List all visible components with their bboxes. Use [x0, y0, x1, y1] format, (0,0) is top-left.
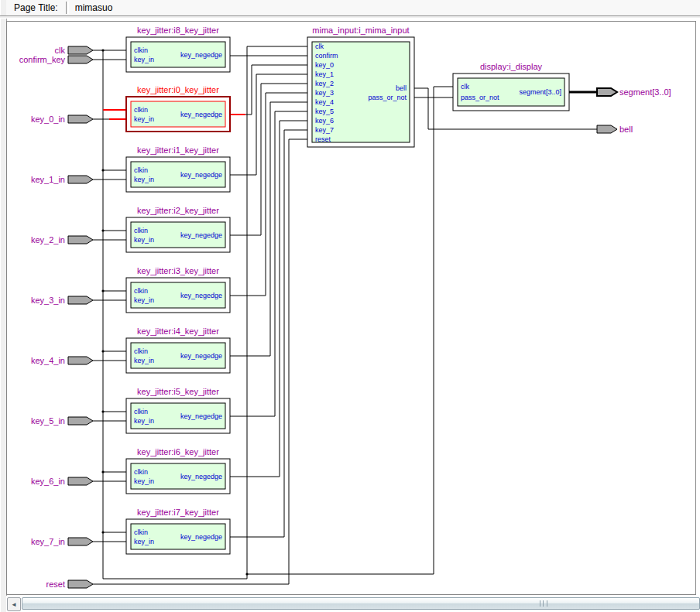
- input-pin-key_7_in[interactable]: [68, 538, 93, 545]
- output-pin-segment[3..0][interactable]: [597, 88, 617, 96]
- block-title-i3_key_jitter: key_jitter:i3_key_jitter: [137, 266, 219, 275]
- input-pin-key_0_in[interactable]: [68, 115, 93, 123]
- port-label-i_display-clk: clk: [461, 83, 469, 91]
- port-label-i_mima_input-pass_or_not: pass_or_not: [368, 94, 407, 101]
- input-pin-label-confirm_key: confirm_key: [19, 55, 66, 64]
- horizontal-scrollbar: ◄: [6, 596, 700, 612]
- wire-key_0[interactable]: [245, 65, 307, 115]
- port-label-i_display-pass_or_not: pass_or_not: [461, 94, 499, 101]
- wire-junction: [101, 470, 104, 473]
- port-label-i_mima_input-bell: bell: [396, 84, 407, 92]
- port-label-i_mima_input-confirm: confirm: [315, 52, 338, 60]
- block-title-i6_key_jitter: key_jitter:i6_key_jitter: [137, 447, 219, 456]
- port-label-i8_key_jitter-key_negedge: key_negedge: [180, 51, 222, 59]
- port-label-i4_key_jitter-key_in: key_in: [134, 357, 154, 364]
- port-label-i_mima_input-key_7: key_7: [315, 126, 334, 134]
- port-label-i7_key_jitter-clkin: clkin: [134, 528, 148, 536]
- input-pin-key_3_in[interactable]: [68, 296, 93, 304]
- input-pin-label-key_6_in: key_6_in: [31, 477, 65, 486]
- port-label-i1_key_jitter-key_in: key_in: [134, 176, 154, 183]
- input-pin-key_2_in[interactable]: [68, 236, 93, 244]
- block-title-i2_key_jitter: key_jitter:i2_key_jitter: [137, 206, 219, 215]
- wire-key_7[interactable]: [230, 130, 307, 537]
- input-pin-key_6_in[interactable]: [68, 477, 93, 485]
- wire-junction: [245, 573, 248, 575]
- port-label-i1_key_jitter-clkin: clkin: [134, 166, 148, 174]
- port-label-i_mima_input-key_5: key_5: [315, 108, 334, 115]
- port-label-i2_key_jitter-clkin: clkin: [134, 227, 148, 234]
- port-label-i1_key_jitter-key_negedge: key_negedge: [180, 171, 222, 179]
- output-pin-bell[interactable]: [597, 125, 617, 133]
- scrollbar-thumb[interactable]: [22, 597, 700, 610]
- input-pin-key_5_in[interactable]: [68, 417, 93, 425]
- input-pin-label-reset: reset: [46, 580, 65, 589]
- input-pin-reset[interactable]: [68, 580, 93, 588]
- port-label-i4_key_jitter-key_negedge: key_negedge: [180, 352, 222, 360]
- input-pin-label-clk: clk: [55, 46, 66, 55]
- port-label-i0_key_jitter-key_negedge: key_negedge: [180, 111, 222, 118]
- port-label-i0_key_jitter-key_in: key_in: [134, 115, 154, 123]
- wire-key_5[interactable]: [230, 111, 307, 416]
- port-label-i6_key_jitter-key_negedge: key_negedge: [180, 473, 222, 480]
- port-label-i_mima_input-key_4: key_4: [315, 98, 334, 106]
- block-title-i_mima_input: mima_input:i_mima_input: [312, 26, 409, 35]
- rtl-viewer-window: Page Title: mimasuo key_jitter:i8_key_ji…: [0, 0, 700, 612]
- wire-junction: [101, 169, 104, 171]
- port-label-i3_key_jitter-clkin: clkin: [134, 287, 148, 295]
- port-label-i5_key_jitter-key_in: key_in: [134, 417, 154, 425]
- scrollbar-grip-icon: [540, 600, 547, 607]
- schematic-svg: key_jitter:i8_key_jitterclkinkey_inkey_n…: [0, 0, 700, 612]
- input-pin-clk[interactable]: [68, 46, 93, 54]
- port-label-i_mima_input-clk: clk: [315, 43, 324, 50]
- wire-clk-display[interactable]: [247, 87, 453, 574]
- port-label-i8_key_jitter-key_in: key_in: [134, 56, 154, 63]
- port-label-i3_key_jitter-key_negedge: key_negedge: [180, 292, 222, 299]
- input-pin-label-key_1_in: key_1_in: [31, 175, 65, 184]
- port-label-i7_key_jitter-key_negedge: key_negedge: [180, 533, 222, 541]
- port-label-i_mima_input-reset: reset: [315, 135, 331, 143]
- input-pin-label-key_7_in: key_7_in: [31, 537, 65, 546]
- block-title-i4_key_jitter: key_jitter:i4_key_jitter: [137, 327, 219, 336]
- scroll-left-button[interactable]: ◄: [7, 597, 21, 611]
- port-label-i0_key_jitter-clkin: clkin: [134, 106, 148, 114]
- wire-junction: [101, 350, 104, 352]
- scroll-left-arrow-icon: ◄: [11, 601, 17, 608]
- output-pin-label-bell: bell: [619, 125, 633, 134]
- scrollbar-track[interactable]: [22, 597, 700, 610]
- block-title-i8_key_jitter: key_jitter:i8_key_jitter: [137, 26, 219, 35]
- wire-junction: [101, 410, 104, 412]
- wire-key_4[interactable]: [230, 102, 307, 356]
- port-label-i4_key_jitter-clkin: clkin: [134, 347, 148, 355]
- input-pin-key_4_in[interactable]: [68, 357, 93, 364]
- port-label-i6_key_jitter-clkin: clkin: [134, 468, 148, 476]
- block-title-i5_key_jitter: key_jitter:i5_key_jitter: [137, 387, 219, 396]
- wire-junction: [101, 289, 104, 292]
- port-label-i_display-segment[3..0]: segment[3..0]: [519, 88, 561, 96]
- wire-junction: [101, 49, 104, 51]
- port-label-i5_key_jitter-key_negedge: key_negedge: [180, 412, 222, 420]
- block-title-i_display: display:i_display: [480, 62, 543, 71]
- port-label-i6_key_jitter-key_in: key_in: [134, 477, 154, 485]
- port-label-i_mima_input-key_6: key_6: [315, 117, 334, 125]
- port-label-i2_key_jitter-key_negedge: key_negedge: [180, 231, 222, 239]
- block-title-i7_key_jitter: key_jitter:i7_key_jitter: [137, 508, 219, 517]
- port-label-i_mima_input-key_3: key_3: [315, 89, 334, 97]
- wire-key_3[interactable]: [230, 93, 307, 296]
- input-pin-label-key_2_in: key_2_in: [31, 235, 65, 244]
- port-label-i3_key_jitter-key_in: key_in: [134, 296, 154, 304]
- port-label-i_mima_input-key_1: key_1: [315, 70, 334, 78]
- port-label-i_mima_input-key_2: key_2: [315, 80, 334, 87]
- wire-key_1[interactable]: [230, 74, 307, 175]
- output-pin-label-segment[3..0]: segment[3..0]: [619, 87, 671, 97]
- input-pin-label-key_5_in: key_5_in: [31, 416, 65, 426]
- input-pin-confirm_key[interactable]: [68, 56, 93, 63]
- wire-key_6[interactable]: [230, 121, 307, 477]
- input-pin-key_1_in[interactable]: [68, 176, 93, 183]
- wire-key_2[interactable]: [230, 84, 307, 235]
- block-title-i1_key_jitter: key_jitter:i1_key_jitter: [137, 145, 219, 155]
- input-pin-label-key_0_in: key_0_in: [31, 115, 65, 124]
- input-pin-label-key_3_in: key_3_in: [31, 296, 65, 305]
- port-label-i_mima_input-key_0: key_0: [315, 61, 334, 69]
- port-label-i2_key_jitter-key_in: key_in: [134, 236, 154, 244]
- block-title-i0_key_jitter: key_jitter:i0_key_jitter: [137, 85, 219, 94]
